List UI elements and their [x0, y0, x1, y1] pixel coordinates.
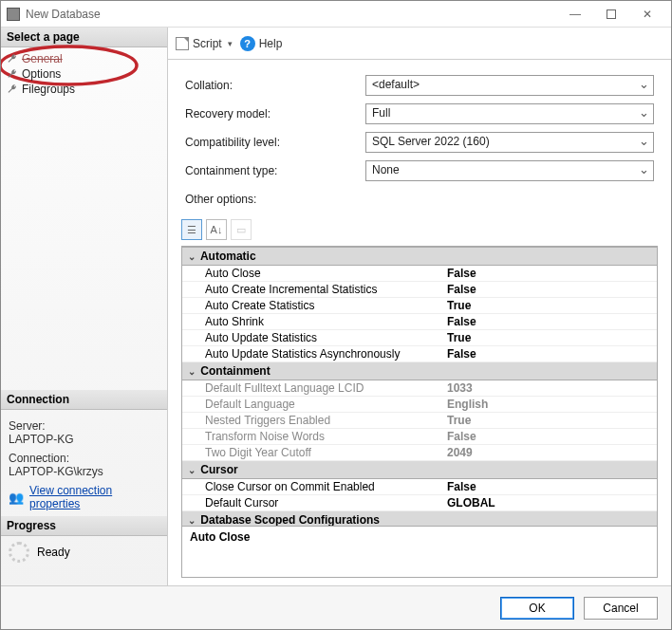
connection-label: Connection: — [9, 452, 159, 465]
nav-label: Filegroups — [22, 83, 75, 96]
category-row[interactable]: ⌄ Automatic — [182, 248, 657, 266]
containment-type-select[interactable]: None — [365, 160, 654, 181]
sidebar: Select a page General Options Filegroups… — [1, 28, 168, 585]
property-row[interactable]: Auto ShrinkFalse — [182, 314, 657, 330]
help-icon: ? — [240, 36, 255, 51]
script-button[interactable]: Script — [176, 37, 233, 50]
property-grid-scroll[interactable]: ⌄ AutomaticAuto CloseFalseAuto Create In… — [182, 247, 657, 526]
categorized-view-button[interactable]: ☰ — [181, 219, 202, 240]
title-bar: New Database — ✕ — [1, 1, 671, 28]
progress-panel: Ready — [1, 536, 167, 568]
minimize-button[interactable]: — — [557, 1, 593, 28]
alphabetical-view-button[interactable]: A↓ — [206, 219, 227, 240]
people-icon: 👥 — [9, 491, 24, 505]
server-value: LAPTOP-KG — [9, 433, 159, 446]
wrench-icon — [7, 53, 18, 65]
compatibility-level-label: Compatibility level: — [185, 136, 365, 149]
property-row[interactable]: Auto Create Incremental StatisticsFalse — [182, 282, 657, 298]
property-row[interactable]: Transform Noise WordsFalse — [182, 429, 657, 445]
property-row[interactable]: Default CursorGLOBAL — [182, 495, 657, 511]
category-row[interactable]: ⌄ Cursor — [182, 461, 657, 479]
connection-panel: Server: LAPTOP-KG Connection: LAPTOP-KG\… — [1, 410, 167, 516]
view-connection-properties-link[interactable]: View connection properties — [29, 484, 159, 510]
wrench-icon — [7, 68, 18, 80]
compatibility-level-select[interactable]: SQL Server 2022 (160) — [365, 132, 654, 153]
other-options-label: Other options: — [185, 193, 654, 206]
grid-toolbar: ☰ A↓ ▭ — [168, 213, 671, 246]
progress-header: Progress — [1, 516, 167, 536]
property-row[interactable]: Auto Create StatisticsTrue — [182, 298, 657, 314]
collation-select[interactable]: <default> — [365, 75, 654, 96]
property-detail-title: Auto Close — [182, 526, 657, 577]
containment-type-label: Containment type: — [185, 164, 365, 177]
recovery-model-select[interactable]: Full — [365, 103, 654, 124]
progress-spinner-icon — [9, 542, 29, 563]
ok-button[interactable]: OK — [500, 597, 574, 620]
help-button[interactable]: ? Help — [240, 36, 283, 51]
dialog-footer: OK Cancel — [1, 585, 671, 629]
nav-item-options[interactable]: Options — [3, 66, 165, 82]
server-label: Server: — [9, 419, 159, 433]
page-nav: General Options Filegroups — [1, 47, 167, 102]
property-row[interactable]: Two Digit Year Cutoff2049 — [182, 445, 657, 461]
property-row[interactable]: Default Fulltext Language LCID1033 — [182, 380, 657, 397]
connection-header: Connection — [1, 390, 167, 410]
nav-item-filegroups[interactable]: Filegroups — [3, 82, 165, 97]
app-icon — [7, 8, 20, 21]
property-row[interactable]: Auto Update Statistics AsynchronouslyFal… — [182, 346, 657, 362]
nav-item-general[interactable]: General — [3, 51, 165, 66]
property-grid: ⌄ AutomaticAuto CloseFalseAuto Create In… — [181, 246, 658, 578]
wrench-icon — [7, 83, 18, 95]
close-button[interactable]: ✕ — [629, 1, 665, 28]
property-row[interactable]: Auto CloseFalse — [182, 266, 657, 282]
collation-label: Collation: — [185, 79, 365, 92]
window-title: New Database — [26, 8, 557, 21]
progress-status: Ready — [37, 546, 70, 559]
connection-value: LAPTOP-KG\krzys — [9, 465, 159, 478]
script-icon — [176, 37, 189, 50]
property-row[interactable]: Nested Triggers EnabledTrue — [182, 413, 657, 429]
cancel-button[interactable]: Cancel — [584, 597, 658, 620]
property-row[interactable]: Default LanguageEnglish — [182, 397, 657, 413]
category-row[interactable]: ⌄ Database Scoped Configurations — [182, 511, 657, 527]
script-label: Script — [193, 37, 222, 50]
nav-label: Options — [22, 67, 61, 81]
property-row[interactable]: Auto Update StatisticsTrue — [182, 330, 657, 346]
help-label: Help — [259, 37, 283, 50]
maximize-button[interactable] — [593, 1, 629, 28]
recovery-model-label: Recovery model: — [185, 107, 365, 120]
options-form: Collation: <default> Recovery model: Ful… — [168, 60, 671, 213]
select-page-header: Select a page — [1, 28, 167, 47]
category-row[interactable]: ⌄ Containment — [182, 362, 657, 380]
toolbar: Script ? Help — [168, 28, 671, 60]
property-row[interactable]: Close Cursor on Commit EnabledFalse — [182, 479, 657, 495]
nav-label: General — [22, 52, 63, 65]
property-pages-button: ▭ — [231, 219, 252, 240]
